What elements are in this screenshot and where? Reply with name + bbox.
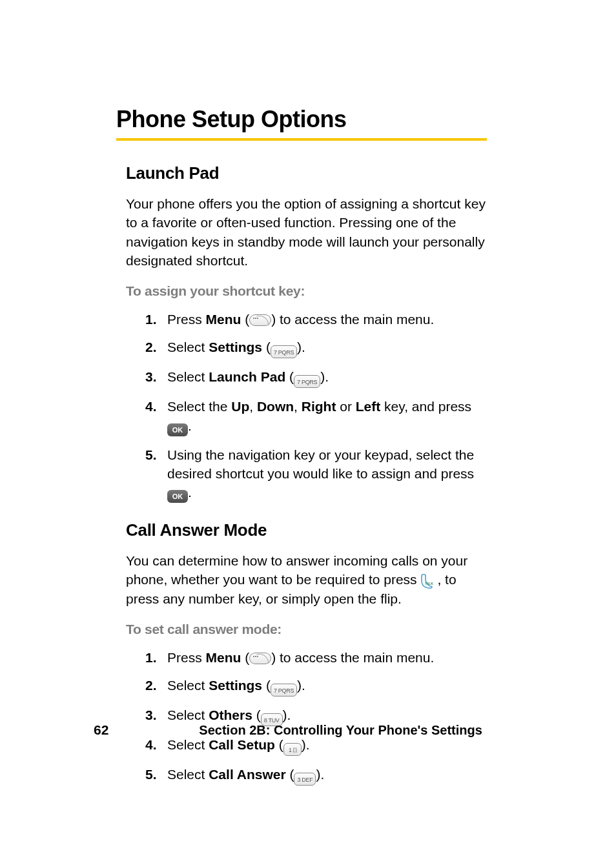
step-bold: Launch Pad [209, 369, 285, 384]
step-text: Select [167, 369, 209, 384]
launch-pad-heading: Launch Pad [126, 161, 487, 185]
step-number: 1. [145, 310, 157, 329]
step-text: ( [241, 650, 249, 665]
step-text: ). [297, 678, 305, 693]
step-text: ( [241, 312, 249, 327]
step-text: ). [302, 737, 310, 752]
list-item: 2. Select Settings (7 PQRS). [145, 338, 487, 358]
call-answer-lead: To set call answer mode: [126, 620, 487, 638]
page-title: Phone Setup Options [116, 103, 487, 136]
step-text: ) to access the main menu. [271, 312, 434, 327]
step-bold: Call Answer [209, 767, 285, 782]
step-bold: Left [356, 399, 381, 414]
step-number: 3. [145, 367, 157, 386]
step-number: 2. [145, 338, 157, 356]
step-text: , [249, 399, 257, 414]
step-number: 5. [145, 765, 157, 784]
page-number: 62 [94, 720, 108, 739]
step-text: key, and press [380, 399, 471, 414]
intro-text: You can determine how to answer incoming… [126, 553, 467, 587]
page-footer: 62 Section 2B: Controlling Your Phone's … [0, 720, 616, 739]
ok-key-icon: OK [167, 423, 188, 436]
step-number: 1. [145, 648, 157, 667]
step-number: 4. [145, 397, 157, 416]
step-text: . [188, 418, 192, 433]
heading-underline [116, 138, 487, 141]
step-bold: Down [257, 399, 294, 414]
list-item: 5. Using the navigation key or your keyp… [145, 445, 487, 503]
step-text: ( [285, 369, 294, 384]
step-bold: Settings [209, 678, 262, 693]
step-text: ( [286, 767, 294, 782]
step-text: Press [167, 312, 206, 327]
step-text: , [294, 399, 302, 414]
step-text: Select [167, 767, 209, 782]
section-call-answer: Call Answer Mode You can determine how t… [126, 518, 487, 786]
keypad-3-icon: 3 DEF [294, 773, 316, 786]
step-text: ) to access the main menu. [271, 650, 434, 665]
keypad-7-icon: 7 PQRS [294, 375, 320, 388]
step-text: ( [262, 340, 271, 354]
step-text: ( [262, 678, 271, 693]
step-number: 5. [145, 445, 157, 464]
step-bold: Up [231, 399, 249, 414]
call-answer-steps: 1. Press Menu () to access the main menu… [145, 648, 487, 786]
menu-key-icon [249, 314, 271, 326]
keypad-7-icon: 7 PQRS [271, 684, 297, 696]
step-text: ). [316, 767, 324, 782]
keypad-1-icon: 1 ⌼ [283, 743, 302, 756]
step-bold: Settings [209, 340, 262, 354]
list-item: 5. Select Call Answer (3 DEF). [145, 765, 487, 786]
list-item: 1. Press Menu () to access the main menu… [145, 648, 487, 667]
footer-section-label: Section 2B: Controlling Your Phone's Set… [199, 721, 482, 739]
step-bold: Call Setup [209, 737, 275, 752]
list-item: 2. Select Settings (7 PQRS). [145, 676, 487, 696]
keypad-7-icon: 7 PQRS [271, 345, 297, 358]
launch-pad-intro: Your phone offers you the option of assi… [126, 194, 487, 270]
call-answer-heading: Call Answer Mode [126, 518, 487, 542]
step-bold: Right [302, 399, 336, 414]
step-text: Select [167, 340, 209, 354]
call-answer-intro: You can determine how to answer incoming… [126, 551, 487, 609]
step-text: Press [167, 650, 206, 665]
talk-key-icon: TALK [420, 573, 437, 589]
launch-pad-steps: 1. Press Menu () to access the main menu… [145, 310, 487, 503]
step-text: ). [297, 340, 305, 354]
menu-key-icon [249, 653, 271, 664]
svg-text:TALK: TALK [425, 582, 433, 585]
ok-key-icon: OK [167, 490, 188, 503]
step-text: Select [167, 737, 209, 752]
list-item: 4. Select the Up, Down, Right or Left ke… [145, 397, 487, 436]
step-text: ( [275, 737, 283, 752]
launch-pad-lead: To assign your shortcut key: [126, 281, 487, 300]
step-text: or [336, 399, 355, 414]
step-bold: Menu [206, 650, 241, 665]
step-text: . [188, 485, 192, 500]
section-launch-pad: Launch Pad Your phone offers you the opt… [126, 161, 487, 503]
step-text: ). [320, 369, 329, 384]
list-item: 1. Press Menu () to access the main menu… [145, 310, 487, 329]
step-text: Using the navigation key or your keypad,… [167, 447, 474, 481]
step-text: Select [167, 678, 209, 693]
step-bold: Menu [206, 312, 241, 327]
list-item: 3. Select Launch Pad (7 PQRS). [145, 367, 487, 388]
step-text: Select the [167, 399, 231, 414]
step-number: 2. [145, 676, 157, 695]
manual-page: Phone Setup Options Launch Pad Your phon… [0, 0, 616, 854]
